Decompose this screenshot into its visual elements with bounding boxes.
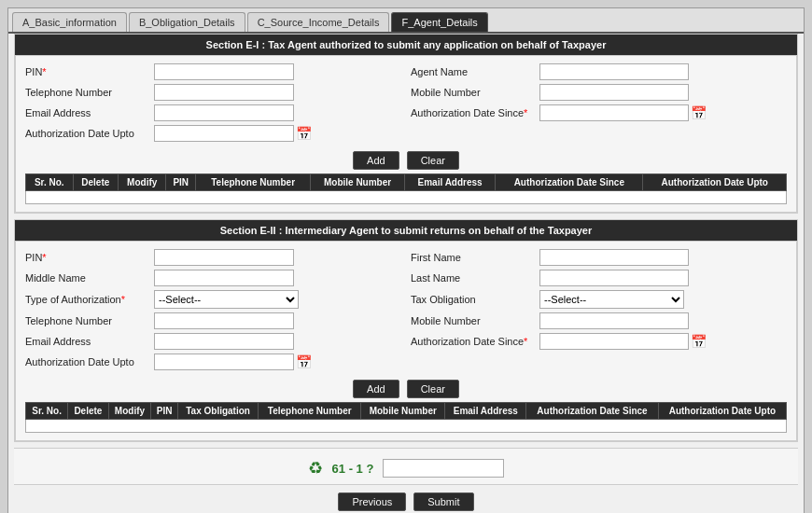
e1-right-col: Agent Name Mobile Number Authorization D… [411,63,787,146]
e2-auth-since-calendar-icon[interactable]: 📅 [691,334,707,349]
e2-col-auth-upto: Authorization Date Upto [658,403,786,420]
e2-right-col: First Name Last Name Tax Obligation --Se… [411,249,787,374]
e2-clear-button[interactable]: Clear [407,380,459,398]
e2-auth-since-label: Authorization Date Since* [411,336,532,347]
section-e1: Section E-I : Tax Agent authorized to su… [14,34,798,214]
e2-tax-oblig-label: Tax Obligation [411,294,532,305]
e1-col-auth-upto: Authorization Date Upto [643,174,787,191]
e2-col-modify: Modify [108,403,151,420]
e2-auth-upto-label: Authorization Date Upto [25,356,147,367]
e2-pin-label: PIN* [25,252,147,263]
e2-tax-oblig-select[interactable]: --Select-- [539,290,684,309]
e2-left-col: PIN* Middle Name Type of Authorization* … [25,249,401,374]
e2-tel-input[interactable] [154,312,294,329]
e2-first-name-input[interactable] [539,249,689,266]
e2-first-name-label: First Name [411,252,532,263]
e1-col-auth-since: Authorization Date Since [496,174,643,191]
e1-tel-label: Telephone Number [25,87,147,98]
e2-empty-row [26,420,787,433]
e2-last-name-input[interactable] [539,270,689,286]
captcha-area: ♻ 61 - 1 ? [14,448,798,484]
e2-col-auth-since: Authorization Date Since [526,403,659,420]
e1-pin-input[interactable] [154,63,294,80]
e1-auth-upto-input[interactable] [154,125,294,142]
e2-mobile-input[interactable] [539,312,689,329]
e2-type-auth-label: Type of Authorization* [25,294,147,305]
e1-pin-label: PIN* [25,66,147,77]
e2-tel-label: Telephone Number [25,315,147,326]
e1-table: Sr. No. Delete Modify PIN Telephone Numb… [25,173,787,204]
bottom-nav: Previous Submit [14,484,798,513]
e2-col-tax-oblig: Tax Obligation [177,403,258,420]
e1-auth-since-input[interactable] [539,104,689,121]
tab-a-basic[interactable]: A_Basic_information [12,12,127,32]
e1-auth-since-label: Authorization Date Since* [411,107,532,118]
e2-col-srno: Sr. No. [26,403,68,420]
e2-auth-since-input[interactable] [539,333,689,350]
e1-col-modify: Modify [119,174,166,191]
e2-email-input[interactable] [154,333,294,350]
e1-col-pin: PIN [166,174,196,191]
e1-auth-upto-calendar-icon[interactable]: 📅 [296,126,312,141]
e2-last-name-label: Last Name [411,272,532,284]
e1-auth-upto-label: Authorization Date Upto [25,128,147,139]
captcha-expression: 61 - 1 ? [332,462,374,476]
e2-pin-input[interactable] [154,249,294,266]
tab-b-obligation[interactable]: B_Obligation_Details [129,12,245,32]
e2-auth-upto-input[interactable] [154,354,294,370]
e1-agent-name-label: Agent Name [411,66,532,77]
e1-left-col: PIN* Telephone Number Email Address [25,63,401,146]
e2-col-mobile: Mobile Number [361,403,445,420]
tab-bar: A_Basic_information B_Obligation_Details… [8,8,804,34]
e1-auth-since-calendar-icon[interactable]: 📅 [691,105,707,120]
e1-col-delete: Delete [73,174,119,191]
e1-email-input[interactable] [154,104,294,121]
e1-email-label: Email Address [25,107,147,118]
e2-middle-name-label: Middle Name [25,272,147,284]
e1-mobile-input[interactable] [539,84,689,101]
e1-clear-button[interactable]: Clear [407,151,459,170]
section-e2-header: Section E-II : Intermediary Agent to sub… [15,220,797,241]
e1-add-button[interactable]: Add [353,151,399,170]
e2-mobile-label: Mobile Number [411,315,532,326]
section-e2: Section E-II : Intermediary Agent to sub… [14,219,798,442]
e2-table: Sr. No. Delete Modify PIN Tax Obligation… [25,402,787,433]
e1-agent-name-input[interactable] [539,63,689,80]
e1-mobile-label: Mobile Number [411,87,532,98]
previous-button[interactable]: Previous [338,492,406,511]
submit-button[interactable]: Submit [413,492,473,511]
e1-col-tel: Telephone Number [196,174,311,191]
e2-middle-name-input[interactable] [154,270,294,286]
e2-col-email: Email Address [445,403,526,420]
e1-tel-input[interactable] [154,84,294,101]
section-e1-header: Section E-I : Tax Agent authorized to su… [15,35,797,55]
e1-col-email: Email Address [405,174,496,191]
captcha-icon: ♻ [308,458,323,478]
e1-col-mobile: Mobile Number [311,174,405,191]
e1-col-srno: Sr. No. [26,174,74,191]
e2-add-button[interactable]: Add [353,380,399,398]
e2-email-label: Email Address [25,336,147,347]
e2-col-pin: PIN [151,403,178,420]
e2-col-delete: Delete [68,403,108,420]
e1-empty-row [26,191,787,204]
captcha-input[interactable] [383,459,504,478]
tab-c-source[interactable]: C_Source_Income_Details [247,12,390,32]
e2-col-tel: Telephone Number [259,403,361,420]
e2-auth-upto-calendar-icon[interactable]: 📅 [296,354,312,369]
e2-type-auth-select[interactable]: --Select-- [154,290,299,309]
tab-f-agent[interactable]: F_Agent_Details [391,12,487,32]
